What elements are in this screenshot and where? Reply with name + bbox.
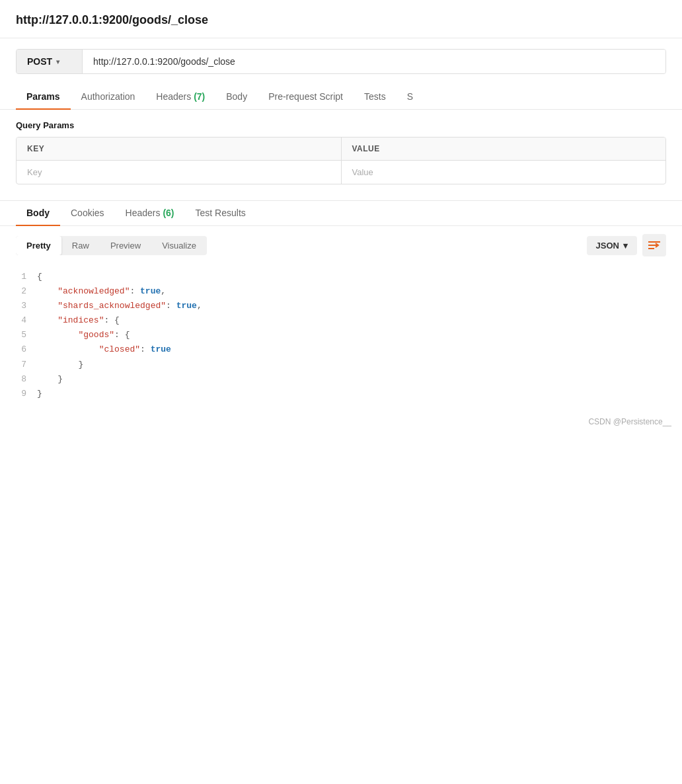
format-tab-raw[interactable]: Raw <box>61 236 100 255</box>
code-line-1: 1 { <box>16 270 666 284</box>
line-number: 4 <box>16 313 37 328</box>
wrap-button[interactable] <box>642 234 666 256</box>
line-number: 9 <box>16 387 37 401</box>
chevron-down-icon: ▾ <box>56 58 59 65</box>
page-title: http://127.0.0.1:9200/goods/_close <box>0 0 682 38</box>
format-tabs: Pretty Raw Preview Visualize <box>16 236 207 255</box>
line-number: 5 <box>16 328 37 342</box>
response-tab-headers[interactable]: Headers (6) <box>115 201 185 226</box>
code-line-4: 4 "indices": { <box>16 313 666 328</box>
response-tab-cookies[interactable]: Cookies <box>60 201 115 226</box>
format-tab-pretty[interactable]: Pretty <box>16 236 61 255</box>
json-format-dropdown[interactable]: JSON ▾ <box>587 236 637 255</box>
params-table-row: Key Value <box>17 161 665 184</box>
json-format-label: JSON <box>596 241 619 251</box>
params-table-header: KEY VALUE <box>17 137 665 161</box>
tab-headers[interactable]: Headers (7) <box>145 85 215 110</box>
tab-params[interactable]: Params <box>16 85 71 110</box>
tab-authorization[interactable]: Authorization <box>71 85 146 110</box>
line-number: 1 <box>16 270 37 284</box>
chevron-down-icon: ▾ <box>623 241 628 251</box>
response-tabs-container: Body Cookies Headers (6) Test Results <box>0 201 682 226</box>
url-input[interactable] <box>83 50 665 73</box>
line-number: 7 <box>16 358 37 372</box>
headers-badge: (7) <box>194 91 205 102</box>
key-input-cell[interactable]: Key <box>17 161 342 184</box>
request-tabs-container: Params Authorization Headers (7) Body Pr… <box>0 85 682 110</box>
line-number: 3 <box>16 299 37 313</box>
line-number: 8 <box>16 372 37 387</box>
code-line-6: 6 "closed": true <box>16 342 666 357</box>
code-line-2: 2 "acknowledged": true, <box>16 284 666 299</box>
response-headers-badge: (6) <box>163 208 174 218</box>
code-line-5: 5 "goods": { <box>16 328 666 342</box>
code-line-7: 7 } <box>16 358 666 372</box>
watermark: CSDN @Persistence__ <box>0 412 682 432</box>
code-line-3: 3 "shards_acknowledged": true, <box>16 299 666 313</box>
value-input-cell[interactable]: Value <box>342 161 666 184</box>
response-tabs: Body Cookies Headers (6) Test Results <box>16 201 666 225</box>
key-column-header: KEY <box>17 137 342 160</box>
format-bar: Pretty Raw Preview Visualize JSON ▾ <box>0 226 682 264</box>
format-tab-visualize[interactable]: Visualize <box>151 236 207 255</box>
code-line-9: 9 } <box>16 387 666 401</box>
query-params-title: Query Params <box>0 110 682 137</box>
request-bar: POST ▾ <box>16 49 666 74</box>
response-tab-test-results[interactable]: Test Results <box>185 201 256 226</box>
method-dropdown[interactable]: POST ▾ <box>17 50 83 73</box>
wrap-icon <box>648 240 661 251</box>
method-label: POST <box>27 56 52 67</box>
line-number: 2 <box>16 284 37 299</box>
format-tab-preview[interactable]: Preview <box>100 236 151 255</box>
tab-body[interactable]: Body <box>215 85 258 110</box>
params-table: KEY VALUE Key Value <box>16 137 666 184</box>
code-line-8: 8 } <box>16 372 666 387</box>
value-column-header: VALUE <box>342 137 666 160</box>
response-body-code: 1 { 2 "acknowledged": true, 3 "shards_ac… <box>0 264 682 412</box>
response-tab-body[interactable]: Body <box>16 201 60 226</box>
tab-settings[interactable]: S <box>397 85 424 110</box>
request-tabs: Params Authorization Headers (7) Body Pr… <box>16 85 666 109</box>
tab-pre-request-script[interactable]: Pre-request Script <box>258 85 354 110</box>
line-number: 6 <box>16 342 37 357</box>
tab-tests[interactable]: Tests <box>354 85 397 110</box>
